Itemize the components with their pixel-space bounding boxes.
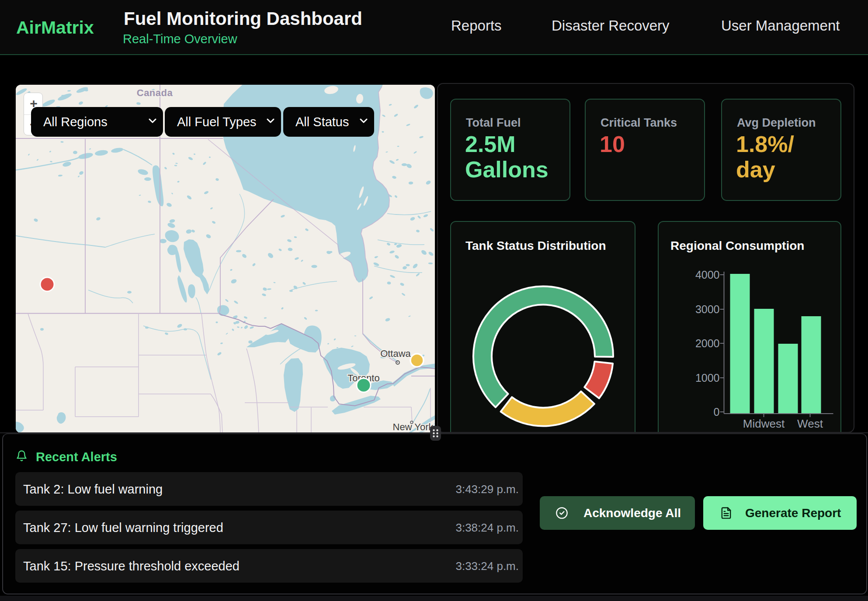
- svg-text:1000: 1000: [695, 372, 720, 384]
- svg-text:0: 0: [714, 406, 720, 418]
- svg-text:Midwest: Midwest: [743, 417, 785, 430]
- svg-text:4000: 4000: [695, 269, 720, 281]
- svg-text:West: West: [797, 417, 823, 430]
- svg-text:3000: 3000: [695, 303, 720, 315]
- svg-text:New York: New York: [393, 421, 434, 432]
- svg-text:Ottawa: Ottawa: [380, 348, 411, 359]
- svg-text:2000: 2000: [695, 337, 720, 349]
- svg-text:Canada: Canada: [137, 87, 173, 98]
